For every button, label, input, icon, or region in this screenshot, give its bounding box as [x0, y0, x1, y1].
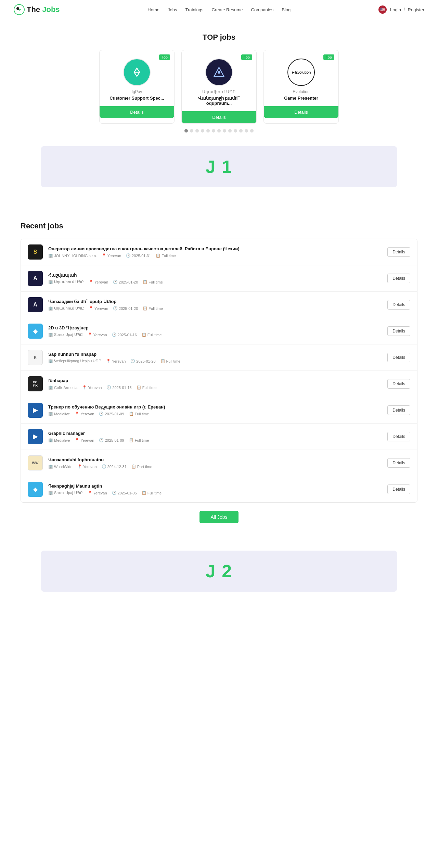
job-details-btn-9[interactable]: Details [387, 458, 410, 468]
date-6: 🕐 2025-01-15 [106, 385, 131, 390]
job-meta-9: 🏢 WoodWide 📍 Yerevan 🕐 2024-12-31 📋 Part… [48, 464, 383, 469]
date-2: 🕐 2025-01-20 [113, 280, 138, 284]
job-info-3: Վanзаоджи ба dfi՟ оputр Ատop 🏢 Ադամիում … [48, 299, 383, 311]
banner2-text: J 2 [206, 561, 232, 581]
site-logo[interactable]: The Jobs [14, 4, 60, 15]
job-details-btn-3[interactable]: Details [387, 300, 410, 310]
job-meta-3: 🏢 Ադամիում ՍՊԸ 📍 Yerevan 🕐 2025-01-20 📋 … [48, 306, 383, 311]
banner-1: J 1 [41, 146, 397, 187]
top-jobs-section: TOP jobs Top IgPay Customer Support Spec… [0, 19, 438, 146]
job-details-btn-6[interactable]: Details [387, 379, 410, 389]
job-details-btn-8[interactable]: Details [387, 432, 410, 441]
type-8: 📋 Full time [129, 438, 149, 442]
job-info-9: Վanзаnnduhi fnphrduatnu 🏢 WoodWide 📍 Yer… [48, 457, 383, 469]
company-logo-woodwide: WW [28, 455, 43, 470]
nav-home[interactable]: Home [147, 7, 159, 12]
date-7: 🕐 2025-01-09 [99, 412, 124, 416]
banner1-text: J 1 [206, 156, 232, 177]
job-meta-8: 🏢 Medialive 📍 Yerevan 🕐 2025-01-09 📋 Ful… [48, 438, 383, 442]
dot-10[interactable] [239, 129, 243, 133]
nav-trainings[interactable]: Trainings [185, 7, 204, 12]
dot-6[interactable] [217, 129, 221, 133]
dot-4[interactable] [206, 129, 210, 133]
svg-point-0 [14, 4, 24, 15]
nav-links: Home Jobs Trainings Create Resume Compan… [147, 7, 291, 12]
dot-11[interactable] [245, 129, 248, 133]
dot-12[interactable] [250, 129, 254, 133]
dot-1[interactable] [190, 129, 193, 133]
register-link[interactable]: Register [408, 7, 424, 12]
table-row: ◆ 2D u 3D Դիzаyjнeр 🏢 Sртеx Սpaj ՍՊԸ 📍 Y… [21, 318, 417, 344]
navbar: The Jobs Home Jobs Trainings Create Resu… [0, 0, 438, 19]
dot-9[interactable] [234, 129, 237, 133]
location-1: 📍 Yerevan [102, 253, 121, 258]
nav-jobs[interactable]: Jobs [168, 7, 177, 12]
all-jobs-button[interactable]: All Jobs [199, 511, 238, 523]
dot-5[interactable] [212, 129, 215, 133]
type-6: 📋 Full time [137, 385, 157, 390]
job-details-btn-4[interactable]: Details [387, 326, 410, 336]
job-info-10: Դeкnpaghjaj Maunu agtin 🏢 Sртеx Սpaj ՍՊԸ… [48, 483, 383, 495]
company-9: 🏢 WoodWide [48, 464, 73, 469]
location-7: 📍 Yerevan [75, 412, 94, 416]
details-btn-1[interactable]: Details [100, 106, 174, 118]
job-title-row-5: Sap nunhun fu nhapap [48, 352, 383, 357]
nav-create-resume[interactable]: Create Resume [211, 7, 243, 12]
company-7: 🏢 Medialive [48, 412, 70, 416]
svg-point-3 [218, 71, 220, 74]
details-btn-3[interactable]: Details [264, 106, 338, 118]
job-title-row-4: 2D u 3D Դիzаyjнeр [48, 325, 383, 330]
job-title-2: Վանզաոջի բամfi՟ oqupraum... [187, 96, 251, 106]
job-info-8: Graphic manager 🏢 Medialive 📍 Yerevan 🕐 … [48, 431, 383, 442]
company-logo-medialive2: ▶ [28, 429, 43, 444]
date-8: 🕐 2025-01-09 [99, 438, 124, 442]
dot-8[interactable] [228, 129, 232, 133]
location-2: 📍 Yerevan [89, 280, 108, 284]
job-title-row-7: Тренер по обучению Ведущих онлайн игр (г… [48, 404, 383, 410]
login-link[interactable]: Login [390, 7, 401, 12]
job-details-btn-7[interactable]: Details [387, 405, 410, 415]
carousel-dots [21, 129, 417, 133]
banner1-wrapper: J 1 [0, 146, 438, 215]
date-9: 🕐 2024-12-31 [102, 464, 127, 469]
evolution-logo: ►Evolution [287, 59, 315, 86]
top-badge-3: Top [323, 54, 334, 60]
details-btn-2[interactable]: Details [182, 111, 256, 123]
auth-separator: / [404, 7, 405, 12]
company-name-1: IgPay [132, 89, 142, 94]
banner2-wrapper: J 2 [0, 551, 438, 626]
location-6: 📍 Yerevan [82, 385, 102, 390]
nav-companies[interactable]: Companies [251, 7, 274, 12]
top-job-card-3: Top ►Evolution Evolution Game Presenter … [263, 50, 339, 124]
job-details-btn-5[interactable]: Details [387, 353, 410, 362]
dot-0[interactable] [184, 129, 188, 133]
nav-blog[interactable]: Blog [282, 7, 291, 12]
dot-2[interactable] [195, 129, 199, 133]
job-details-btn-10[interactable]: Details [387, 485, 410, 494]
svg-point-1 [16, 7, 19, 10]
job-details-btn-2[interactable]: Details [387, 274, 410, 283]
job-info-1: Оператор линии производства и контроль к… [48, 246, 383, 258]
language-flag[interactable]: 🇺🇸 [378, 5, 387, 14]
date-3: 🕐 2025-01-20 [113, 306, 138, 311]
type-1: 📋 Full time [156, 253, 176, 258]
table-row: ▶ Graphic manager 🏢 Medialive 📍 Yerevan … [21, 424, 417, 450]
recent-jobs-title: Recent jobs [21, 222, 417, 230]
job-info-2: Հաշվապահ 🏢 Ադամիում ՍՊԸ 📍 Yerevan 🕐 2025… [48, 273, 383, 284]
job-title-row-8: Graphic manager [48, 431, 383, 436]
job-info-7: Тренер по обучению Ведущих онлайн игр (г… [48, 404, 383, 416]
company-name-3: Evolution [293, 89, 309, 94]
job-details-btn-1[interactable]: Details [387, 247, 410, 257]
table-row: K Sap nunhun fu nhapap 🏢 Կeбернilkpnog U… [21, 344, 417, 371]
dot-7[interactable] [223, 129, 226, 133]
dot-3[interactable] [201, 129, 204, 133]
table-row: CCFIX Խnhapap 🏢 Cofix Armenia 📍 Yerevan … [21, 371, 417, 397]
adamum-logo [205, 59, 233, 86]
company-10: 🏢 Sртеx Սpaj ՍՊԸ [48, 491, 83, 495]
job-title-1: Customer Support Spec... [110, 96, 164, 101]
job-meta-2: 🏢 Ադամիում ՍՊԸ 📍 Yerevan 🕐 2025-01-20 📋 … [48, 280, 383, 284]
company-logo-adamum3: A [28, 297, 43, 312]
table-row: ◆ Դeкnpaghjaj Maunu agtin 🏢 Sртеx Սpaj Ս… [21, 476, 417, 502]
table-row: WW Վanзаnnduhi fnphrduatnu 🏢 WoodWide 📍 … [21, 450, 417, 476]
top-jobs-grid: Top IgPay Customer Support Spec... Detai… [21, 50, 417, 124]
